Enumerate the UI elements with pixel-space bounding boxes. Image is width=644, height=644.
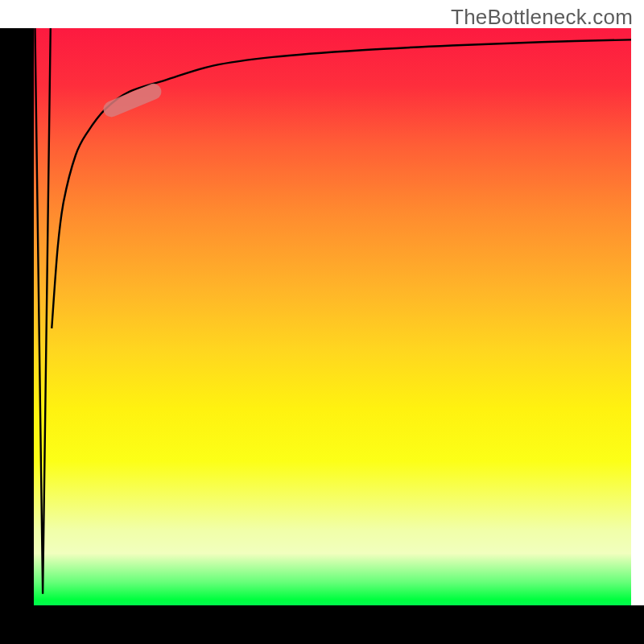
chart-container: TheBottleneck.com — [0, 0, 644, 644]
highlight-marker — [111, 92, 153, 109]
curve-layer — [34, 28, 631, 605]
x-axis-bar — [0, 605, 644, 644]
y-axis-bar — [0, 28, 34, 608]
watermark-text: TheBottleneck.com — [451, 5, 633, 30]
dip-line — [35, 28, 50, 594]
bottleneck-curve — [52, 39, 631, 328]
